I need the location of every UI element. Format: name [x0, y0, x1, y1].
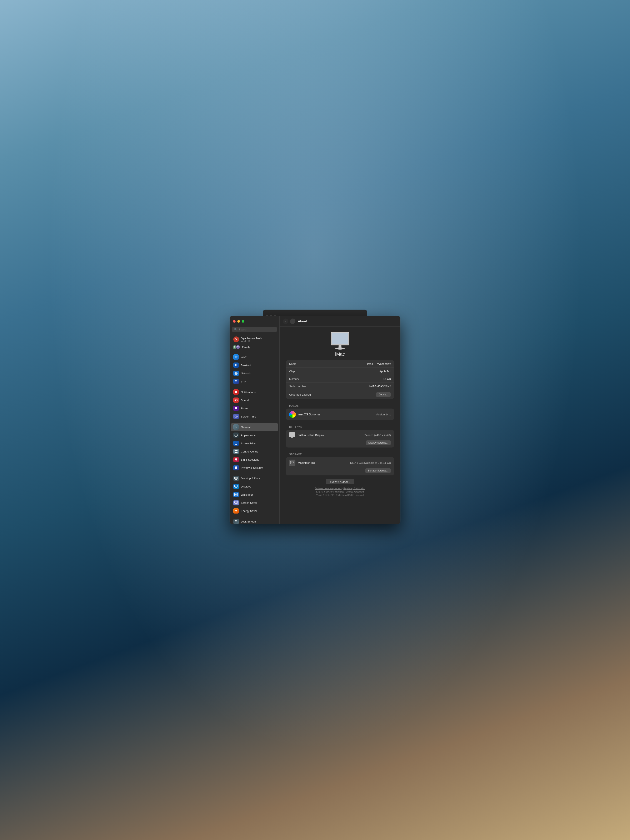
sidebar-item-privacy[interactable]: Privacy & Security [231, 464, 278, 472]
screensaver-label: Screen Saver [241, 501, 257, 504]
sidebar-item-accessibility[interactable]: Accessibility [231, 439, 278, 447]
displays-section: Built-in Retina Display 24-inch (4480 x … [286, 430, 394, 447]
sidebar-item-controlcentre[interactable]: Control Centre [231, 447, 278, 455]
regulatory-link[interactable]: Regulatory Certification [343, 487, 365, 489]
info-row-chip: Chip Apple M1 [286, 368, 394, 375]
sidebar-item-wifi[interactable]: Wi-Fi [231, 353, 278, 361]
storage-settings-button[interactable]: Storage Settings... [365, 468, 391, 473]
storage-row: Macintosh HD 133,45 GB available of 245,… [286, 457, 394, 468]
system-report-button[interactable]: System Report... [326, 479, 354, 485]
svg-rect-21 [235, 477, 237, 479]
svg-rect-24 [235, 488, 237, 488]
details-button[interactable]: Details... [376, 392, 391, 397]
sidebar-item-lockscreen[interactable]: Lock Screen [231, 518, 278, 524]
system-report-container: System Report... [286, 479, 394, 485]
system-settings-window: 🔍 Search V Vyacheslav Trofim... Apple ID… [230, 316, 400, 524]
accessibility-icon [233, 441, 239, 446]
energysaver-label: Energy Saver [241, 509, 257, 513]
search-bar[interactable]: 🔍 Search [232, 327, 277, 332]
back-button[interactable]: ‹ [283, 319, 288, 324]
main-content: ‹ › About [279, 316, 400, 524]
close-button[interactable] [233, 320, 235, 323]
storage-available: 133,45 GB available of 245,11 GB [350, 461, 391, 464]
forward-button[interactable]: › [290, 319, 295, 324]
display-name: Built-in Retina Display [297, 434, 324, 437]
macos-name: macOS Sonoma [298, 413, 320, 416]
sidebar-item-screensaver[interactable]: Screen Saver [231, 499, 278, 507]
macos-row: macOS Sonoma Version 14.1 [286, 409, 394, 420]
network-icon [233, 371, 239, 376]
sidebar-item-siri[interactable]: Siri & Spotlight [231, 456, 278, 464]
footer-links: Software Licence Agreement - Regulatory … [286, 487, 394, 497]
sidebar-scroll: V Vyacheslav Trofim... Apple ID E T Fami… [230, 335, 279, 524]
desktop-label: Desktop & Dock [241, 477, 260, 480]
family-label: Family [242, 346, 250, 349]
user-subtitle: Apple ID [241, 340, 265, 342]
hdd-icon [289, 459, 295, 466]
sidebar: 🔍 Search V Vyacheslav Trofim... Apple ID… [230, 316, 279, 524]
sidebar-item-displays[interactable]: Displays [231, 483, 278, 490]
sidebar-item-desktop[interactable]: Desktop & Dock [231, 474, 278, 482]
window-container: 🔍 Search V Vyacheslav Trofim... Apple ID… [230, 316, 400, 524]
macos-section-header: macOS [286, 402, 394, 409]
sidebar-item-appearance[interactable]: Appearance [231, 431, 278, 439]
svg-rect-17 [236, 450, 237, 451]
wallpaper-icon [233, 492, 239, 497]
sidebar-item-notifications[interactable]: Notifications [231, 388, 278, 396]
svg-line-8 [236, 417, 237, 417]
minimize-button[interactable] [237, 320, 240, 323]
vpn-icon [233, 379, 239, 384]
displays-section-header: Displays [286, 423, 394, 430]
desktop-icon [233, 475, 239, 481]
family-avatar-2: T [236, 345, 240, 349]
accessibility-label: Accessibility [241, 442, 256, 445]
separator-2 [232, 387, 277, 387]
info-section-system: Name iMac — Vyacheslav Chip Apple M1 Mem… [286, 360, 394, 399]
sidebar-item-bluetooth[interactable]: Bluetooth [231, 361, 278, 369]
sidebar-item-general[interactable]: General [231, 423, 278, 431]
energy-star-link[interactable]: ENERGY STAR® Compliance [316, 491, 344, 493]
storage-section: Macintosh HD 133,45 GB available of 245,… [286, 457, 394, 475]
display-stand [291, 437, 293, 438]
vpn-label: VPN [241, 380, 246, 383]
sidebar-item-screentime[interactable]: Screen Time [231, 412, 278, 420]
sidebar-item-apple-id[interactable]: V Vyacheslav Trofim... Apple ID [231, 335, 278, 344]
energysaver-icon [233, 508, 239, 513]
sidebar-item-wallpaper[interactable]: Wallpaper [231, 491, 278, 499]
page-title: About [298, 319, 307, 323]
focus-icon [233, 406, 239, 411]
wifi-label: Wi-Fi [241, 355, 247, 359]
serial-value: H4TGM09QQ6X2 [369, 385, 391, 388]
screensaver-icon [233, 500, 239, 505]
svg-rect-53 [332, 333, 348, 344]
displays-icon [233, 484, 239, 489]
macos-logo [289, 411, 296, 418]
display-settings-button[interactable]: Display Settings... [366, 441, 391, 445]
coverage-label: Coverage Expired [289, 393, 311, 396]
serial-label: Serial number [289, 385, 306, 388]
chip-label: Chip [289, 370, 295, 373]
user-name: Vyacheslav Trofim... [241, 337, 265, 340]
svg-point-9 [235, 427, 237, 428]
sidebar-item-network[interactable]: Network [231, 369, 278, 377]
sidebar-item-focus[interactable]: Focus [231, 404, 278, 412]
macos-version: Version 14.1 [376, 413, 391, 416]
fullscreen-button[interactable] [242, 320, 245, 323]
screentime-label: Screen Time [241, 415, 256, 418]
content-body: iMac Name iMac — Vyacheslav Chip Apple M… [279, 327, 400, 524]
sidebar-item-vpn[interactable]: VPN [231, 377, 278, 385]
search-placeholder: Search [239, 328, 247, 331]
controlcentre-label: Control Centre [241, 450, 259, 453]
svg-rect-18 [235, 452, 236, 453]
sidebar-item-family[interactable]: E T Family [231, 344, 278, 351]
licence-agreement-link[interactable]: Licence Agreement [346, 491, 364, 493]
display-icon-container [289, 432, 295, 438]
display-icon [289, 432, 295, 437]
svg-point-29 [235, 502, 237, 503]
macos-section: macOS Sonoma Version 14.1 [286, 409, 394, 420]
avatar: V [233, 336, 239, 342]
sidebar-item-energysaver[interactable]: Energy Saver [231, 507, 278, 515]
software-licence-link[interactable]: Software Licence Agreement [315, 487, 342, 489]
sidebar-item-sound[interactable]: Sound [231, 396, 278, 404]
svg-rect-22 [235, 479, 237, 480]
